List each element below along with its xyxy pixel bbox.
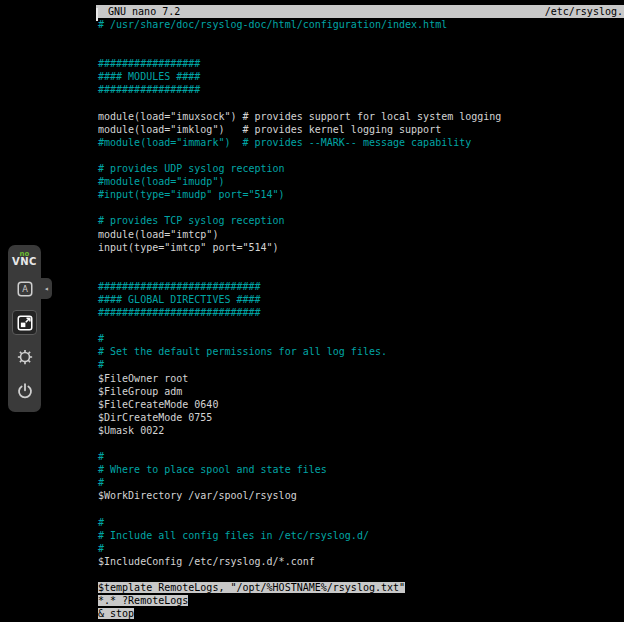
- editor-line: #### MODULES ####: [98, 70, 624, 83]
- editor-line: [98, 44, 624, 57]
- editor-line: # Include all config files in /etc/rsysl…: [98, 529, 624, 542]
- editor-line: *.* ?RemoteLogs: [98, 594, 624, 607]
- editor-line: #: [98, 450, 624, 463]
- editor-line: # provides UDP syslog reception: [98, 162, 624, 175]
- editor-line: #module(load="imudp"): [98, 175, 624, 188]
- power-button[interactable]: [12, 378, 37, 403]
- editor-line: & stop: [98, 607, 624, 620]
- editor-line: module(load="imklog") # provides kernel …: [98, 123, 624, 136]
- editor-line: [98, 149, 624, 162]
- editor-line: #: [98, 358, 624, 371]
- editor-line: [98, 568, 624, 581]
- editor-line: ###########################: [98, 280, 624, 293]
- settings-button[interactable]: [12, 344, 37, 369]
- editor-line: # provides TCP syslog reception: [98, 214, 624, 227]
- desktop: { "colors": { "terminal_bg": "#000000", …: [0, 0, 624, 622]
- editor-line: #: [98, 476, 624, 489]
- control-bar-handle[interactable]: ◂: [41, 278, 52, 299]
- editor-line: #: [98, 516, 624, 529]
- editor-line: [98, 201, 624, 214]
- editor-line: module(load="imuxsock") # provides suppo…: [98, 110, 624, 123]
- editor-line: #################: [98, 83, 624, 96]
- editor-line: #input(type="imudp" port="514"): [98, 188, 624, 201]
- editor-line: $DirCreateMode 0755: [98, 411, 624, 424]
- novnc-logo-bottom: VNC: [12, 258, 37, 266]
- editor-line: # /usr/share/doc/rsyslog-doc/html/config…: [98, 18, 624, 31]
- editor-line: [98, 502, 624, 515]
- editor-line: ###########################: [98, 306, 624, 319]
- editor-line: [98, 319, 624, 332]
- editor-line: $IncludeConfig /etc/rsyslog.d/*.conf: [98, 555, 624, 568]
- chevron-left-icon: ◂: [44, 284, 49, 293]
- editor-line: module(load="imtcp"): [98, 228, 624, 241]
- nano-version: GNU nano 7.2: [108, 5, 180, 18]
- editor-line: $FileGroup adm: [98, 385, 624, 398]
- editor-line: #################: [98, 57, 624, 70]
- editor-line: [98, 267, 624, 280]
- editor-content[interactable]: # /usr/share/doc/rsyslog-doc/html/config…: [96, 18, 624, 620]
- gear-icon: [16, 348, 34, 366]
- nano-filename: /etc/rsyslog.: [545, 5, 623, 18]
- editor-line: #module(load="immark") # provides --MARK…: [98, 136, 624, 149]
- editor-line: $Umask 0022: [98, 424, 624, 437]
- editor-line: #### GLOBAL DIRECTIVES ####: [98, 293, 624, 306]
- fullscreen-icon: [16, 314, 34, 332]
- editor-line: $FileOwner root: [98, 372, 624, 385]
- keyboard-button[interactable]: A: [12, 276, 37, 301]
- keyboard-a-icon: A: [16, 280, 34, 298]
- svg-text:A: A: [22, 284, 28, 294]
- nano-titlebar: GNU nano 7.2 /etc/rsyslog.: [96, 5, 624, 18]
- cursor: [96, 8, 98, 21]
- novnc-logo: no VNC: [12, 250, 37, 266]
- editor-line: input(type="imtcp" port="514"): [98, 241, 624, 254]
- editor-line: #: [98, 332, 624, 345]
- power-icon: [16, 382, 34, 400]
- fullscreen-button[interactable]: [12, 310, 37, 335]
- editor-line: $template RemoteLogs, "/opt/%HOSTNAME%/r…: [98, 581, 624, 594]
- editor-line: $WorkDirectory /var/spool/rsyslog: [98, 489, 624, 502]
- editor-line: #: [98, 542, 624, 555]
- editor-line: [98, 437, 624, 450]
- terminal[interactable]: GNU nano 7.2 /etc/rsyslog. # /usr/share/…: [96, 0, 624, 622]
- editor-line: [98, 31, 624, 44]
- editor-line: [98, 97, 624, 110]
- novnc-control-bar: no VNC A: [8, 245, 41, 412]
- editor-line: # Set the default permissions for all lo…: [98, 345, 624, 358]
- editor-line: $FileCreateMode 0640: [98, 398, 624, 411]
- editor-line: [98, 254, 624, 267]
- editor-line: # Where to place spool and state files: [98, 463, 624, 476]
